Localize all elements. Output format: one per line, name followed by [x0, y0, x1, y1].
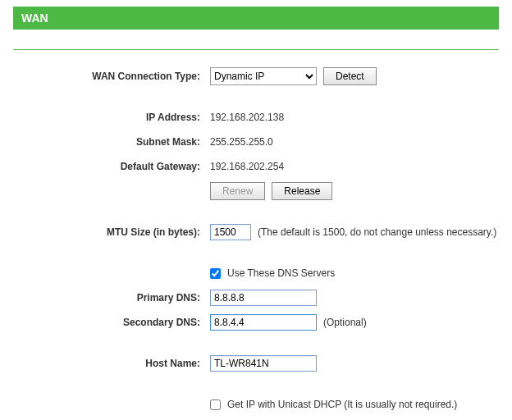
- label-connection-type: WAN Connection Type:: [13, 71, 210, 82]
- value-subnet-mask: 255.255.255.0: [210, 136, 273, 148]
- mtu-hint: (The default is 1500, do not change unle…: [258, 226, 496, 238]
- row-primary-dns: Primary DNS:: [13, 288, 499, 308]
- detect-button[interactable]: Detect: [323, 67, 377, 85]
- label-host-name: Host Name:: [13, 358, 210, 369]
- unicast-dhcp-checkbox[interactable]: [210, 399, 221, 410]
- label-default-gateway: Default Gateway:: [13, 161, 210, 172]
- row-subnet-mask: Subnet Mask: 255.255.255.0: [13, 132, 499, 152]
- value-ip-address: 192.168.202.138: [210, 112, 284, 123]
- label-primary-dns: Primary DNS:: [13, 292, 210, 304]
- page-title: WAN: [13, 7, 499, 30]
- row-host-name: Host Name:: [13, 354, 499, 373]
- value-default-gateway: 192.168.202.254: [210, 161, 284, 172]
- label-mtu: MTU Size (in bytes):: [13, 226, 210, 238]
- row-mtu: MTU Size (in bytes): (The default is 150…: [13, 222, 499, 242]
- row-ip-address: IP Address: 192.168.202.138: [13, 107, 499, 127]
- host-name-input[interactable]: [210, 355, 317, 372]
- connection-type-select[interactable]: Dynamic IP: [210, 67, 317, 85]
- unicast-dhcp-label: Get IP with Unicast DHCP (It is usually …: [227, 399, 457, 410]
- label-secondary-dns: Secondary DNS:: [13, 317, 210, 328]
- secondary-dns-hint: (Optional): [323, 317, 367, 328]
- primary-dns-input[interactable]: [210, 290, 317, 306]
- secondary-dns-input[interactable]: [210, 314, 317, 331]
- row-secondary-dns: Secondary DNS: (Optional): [13, 313, 499, 332]
- row-unicast-dhcp: Get IP with Unicast DHCP (It is usually …: [13, 395, 499, 414]
- label-ip-address: IP Address:: [13, 112, 210, 123]
- mtu-input[interactable]: [210, 224, 251, 240]
- release-button[interactable]: Release: [272, 182, 332, 200]
- row-default-gateway: Default Gateway: 192.168.202.254: [13, 157, 499, 176]
- row-renew-release: Renew Release: [13, 181, 499, 201]
- label-subnet-mask: Subnet Mask:: [13, 136, 210, 148]
- row-use-dns: Use These DNS Servers: [13, 263, 499, 283]
- use-dns-label: Use These DNS Servers: [227, 267, 335, 279]
- renew-button[interactable]: Renew: [210, 182, 265, 200]
- row-connection-type: WAN Connection Type: Dynamic IP Detect: [13, 66, 499, 86]
- use-dns-checkbox[interactable]: [210, 268, 221, 279]
